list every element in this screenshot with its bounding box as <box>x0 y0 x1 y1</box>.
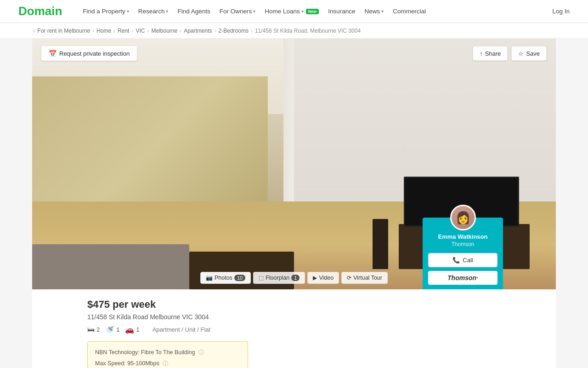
nbn-speed-value: 95-100Mbps <box>127 360 159 367</box>
floorplan-count: 1 <box>291 275 300 281</box>
request-inspection-button[interactable]: 📅 Request private inspection <box>41 46 137 61</box>
property-details-section: $475 per week 11/458 St Kilda Road Melbo… <box>32 289 556 368</box>
brand-logo[interactable]: Domain <box>18 4 62 18</box>
breadcrumb-for-rent[interactable]: For rent in Melbourne <box>37 28 90 34</box>
nbn-info-box: NBN Technology: Fibre To The Building ⓘ … <box>87 341 248 368</box>
chevron-icon: ▾ <box>127 9 129 14</box>
breadcrumb-2bed[interactable]: 2-Bedrooms <box>219 28 249 34</box>
breadcrumb-home[interactable]: Home <box>96 28 111 34</box>
nbn-speed-label: Max Speed: <box>95 360 126 367</box>
bed-icon: 🛏 <box>87 326 95 334</box>
nbn-speed-row: Max Speed: 95-100Mbps ⓘ <box>95 358 240 368</box>
nav-commercial[interactable]: Commercial <box>389 5 430 17</box>
bedrooms-feature: 🛏 2 <box>87 326 100 334</box>
nav-find-property[interactable]: Find a Property ▾ <box>79 5 133 17</box>
nbn-technology-label: NBN Technology: <box>95 349 139 356</box>
nbn-info-icon-2[interactable]: ⓘ <box>163 360 168 367</box>
breadcrumb-sep: › <box>131 28 133 34</box>
agent-avatar-placeholder: 👩 <box>456 211 470 225</box>
chevron-icon: ▾ <box>253 9 255 14</box>
breadcrumb-sep: › <box>251 28 253 34</box>
video-icon: ▶ <box>313 275 317 281</box>
virtual-tour-icon: ⟳ <box>347 275 351 281</box>
share-button[interactable]: ↑ Share <box>473 46 508 61</box>
car-icon: 🚗 <box>125 325 134 334</box>
floorplan-tab[interactable]: ⬚ Floorplan 1 <box>253 272 305 284</box>
share-label: Share <box>485 50 501 57</box>
property-type: Apartment / Unit / Flat <box>153 326 210 333</box>
save-label: Save <box>526 50 540 57</box>
nav-login[interactable]: Log In <box>552 8 570 15</box>
nbn-technology-value: Fibre To The Building <box>141 349 195 356</box>
nav-for-owners[interactable]: For Owners ▾ <box>215 5 260 17</box>
calendar-icon: 📅 <box>49 50 57 57</box>
parking-count: 1 <box>136 326 139 333</box>
virtual-tour-label: Virtual Tour <box>353 275 382 281</box>
agent-name: Emma Watkinson <box>428 233 498 240</box>
new-badge: New <box>306 9 319 14</box>
parking-feature: 🚗 1 <box>125 325 139 334</box>
header: Domain Find a Property ▾ Research ▾ Find… <box>0 0 588 23</box>
image-section: 📅 Request private inspection ↑ Share ☆ S… <box>32 39 556 289</box>
breadcrumb-sep: › <box>92 28 94 34</box>
video-label: Video <box>319 275 334 281</box>
nbn-info-icon-1[interactable]: ⓘ <box>198 349 204 356</box>
photos-tab[interactable]: 📷 Photos 10 <box>200 272 251 284</box>
call-agent-button[interactable]: 📞 Call <box>428 253 498 267</box>
breadcrumb-melbourne[interactable]: Melbourne <box>151 28 177 34</box>
bath-icon: 🚿 <box>105 325 114 334</box>
phone-icon: 📞 <box>452 257 460 264</box>
bathrooms-count: 1 <box>116 326 119 333</box>
nav-research[interactable]: Research ▾ <box>134 5 173 17</box>
nav-find-agents[interactable]: Find Agents <box>173 5 214 17</box>
agent-avatar: 👩 <box>450 205 476 230</box>
agent-card: 👩 Emma Watkinson Thomson 📞 Call Thomson· <box>423 218 503 289</box>
bathrooms-feature: 🚿 1 <box>105 325 119 334</box>
star-icon: ☆ <box>518 50 524 57</box>
inspect-label: Request private inspection <box>59 50 130 57</box>
save-button[interactable]: ☆ Save <box>511 46 547 61</box>
image-top-bar: 📅 Request private inspection ↑ Share ☆ S… <box>32 46 556 61</box>
property-info: $475 per week 11/458 St Kilda Road Melbo… <box>87 299 501 368</box>
breadcrumb-rent[interactable]: Rent <box>118 28 129 34</box>
bedrooms-count: 2 <box>96 326 100 333</box>
nbn-technology-row: NBN Technology: Fibre To The Building ⓘ <box>95 347 240 358</box>
property-features: 🛏 2 🚿 1 🚗 1 Apartment / Unit / Flat <box>87 325 501 334</box>
breadcrumb-sep: › <box>113 28 115 34</box>
photos-count: 10 <box>234 275 245 281</box>
share-save-group: ↑ Share ☆ Save <box>473 46 547 61</box>
breadcrumb-sep: › <box>215 28 216 34</box>
agency-logo: Thomson· <box>428 271 498 285</box>
chevron-icon: ▾ <box>301 9 304 14</box>
breadcrumb-current: 11/458 St Kilda Road, Melbourne VIC 3004 <box>255 28 361 34</box>
nav-insurance[interactable]: Insurance <box>324 5 359 17</box>
breadcrumb-vic[interactable]: VIC <box>136 28 145 34</box>
floorplan-label: Floorplan <box>266 275 289 281</box>
breadcrumb-sep: › <box>180 28 181 34</box>
photos-label: Photos <box>215 275 232 281</box>
camera-icon: 📷 <box>206 275 213 281</box>
virtual-tour-tab[interactable]: ⟳ Virtual Tour <box>341 272 388 284</box>
call-label: Call <box>463 257 473 264</box>
video-tab[interactable]: ▶ Video <box>307 272 339 284</box>
property-price: $475 per week <box>87 299 501 310</box>
breadcrumb: ‹ For rent in Melbourne › Home › Rent › … <box>0 23 588 39</box>
nav-home-loans[interactable]: Home Loans ▾ New <box>260 5 323 17</box>
photo-tabs: 📷 Photos 10 ⬚ Floorplan 1 ▶ Video ⟳ Virt… <box>200 272 388 284</box>
breadcrumb-sep: › <box>147 28 149 34</box>
breadcrumb-apartments[interactable]: Apartments <box>184 28 212 34</box>
chevron-icon: ▾ <box>166 9 168 14</box>
property-address: 11/458 St Kilda Road Melbourne VIC 3004 <box>87 313 501 321</box>
main-content: 📅 Request private inspection ↑ Share ☆ S… <box>32 39 556 368</box>
share-icon: ↑ <box>480 50 483 57</box>
agent-avatar-wrapper: 👩 <box>450 205 476 230</box>
chevron-icon: ▾ <box>381 9 384 14</box>
agent-agency: Thomson <box>428 241 498 247</box>
floorplan-icon: ⬚ <box>259 275 264 281</box>
breadcrumb-back-icon: ‹ <box>33 27 35 34</box>
main-nav: Find a Property ▾ Research ▾ Find Agents… <box>79 5 570 17</box>
nav-news[interactable]: News ▾ <box>361 5 388 17</box>
